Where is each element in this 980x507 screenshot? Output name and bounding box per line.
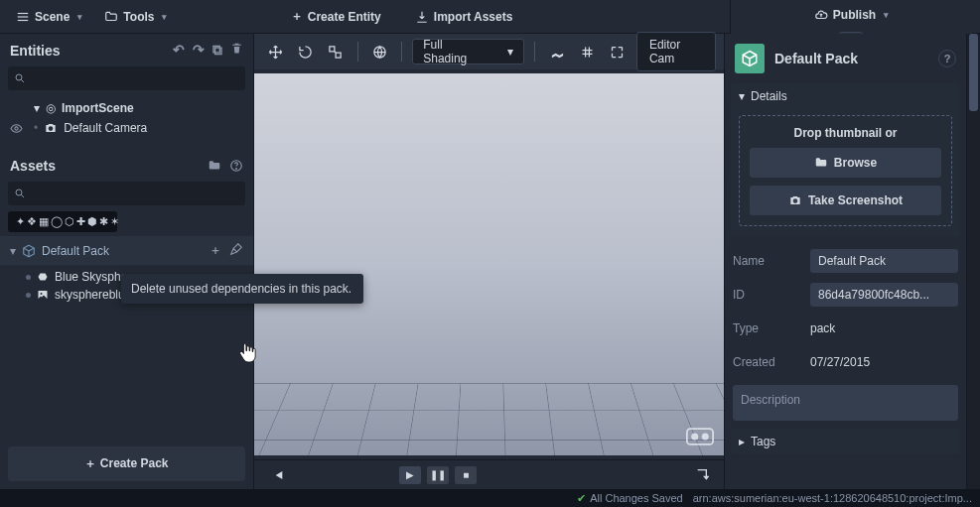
camera-select[interactable]: Editor Cam (636, 32, 716, 71)
camera-select-label: Editor Cam (649, 38, 680, 65)
field-id: ID 86d4a79800fc48cb... (725, 278, 966, 312)
filter-icon: ⬢ (87, 215, 97, 228)
playbar: ▶ ❚❚ ■ (254, 459, 724, 489)
pack-add-button[interactable]: ＋ (210, 242, 221, 259)
help-circle-icon (229, 159, 243, 173)
pack-header[interactable]: ▾ Default Pack ＋ (0, 236, 253, 265)
browse-button[interactable]: Browse (750, 148, 941, 178)
svg-point-6 (16, 74, 22, 80)
globe-icon (372, 45, 387, 60)
vr-badge (686, 428, 714, 445)
create-pack-button[interactable]: ＋ Create Pack (8, 446, 245, 481)
tool-grid[interactable] (575, 39, 601, 64)
tool-frame[interactable] (605, 39, 630, 64)
entities-tree: ▾ ◎ ImportScene • Default Camera (0, 96, 253, 140)
timeline-end-button[interactable] (688, 462, 714, 488)
field-type: Type pack (725, 312, 966, 345)
dropzone-text: Drop thumbnail or (750, 126, 941, 140)
right-scrollbar[interactable] (966, 34, 980, 489)
download-icon (415, 10, 429, 24)
type-label: Type (733, 321, 810, 335)
bullet-icon: • (34, 121, 38, 135)
export-icon (693, 467, 709, 483)
chevron-down-icon: ▾ (10, 244, 16, 258)
id-label: ID (733, 288, 810, 302)
name-value[interactable]: Default Pack (810, 249, 958, 273)
assets-folder-button[interactable] (208, 159, 221, 173)
tags-section-head[interactable]: ▸ Tags (731, 429, 960, 454)
folder-icon (104, 10, 118, 24)
screenshot-label: Take Screenshot (808, 193, 903, 207)
import-assets-button[interactable]: Import Assets (407, 4, 521, 29)
create-entity-button[interactable]: ＋ Create Entity (283, 4, 389, 29)
take-screenshot-button[interactable]: Take Screenshot (750, 186, 941, 215)
menubar: Scene Tools ＋ Create Entity Import Asset… (0, 0, 980, 34)
pack-clean-button[interactable] (229, 242, 243, 259)
description-input[interactable]: Description (733, 385, 958, 421)
entities-header: Entities ↶ ↷ ⧉ (0, 34, 253, 66)
rotate-icon (298, 45, 313, 60)
skybox-icon (37, 271, 49, 283)
play-button[interactable]: ▶ (399, 466, 421, 484)
tool-rotate[interactable] (292, 39, 318, 64)
copy-button[interactable]: ⧉ (212, 42, 222, 59)
inspector-help-button[interactable]: ? (938, 50, 956, 67)
assets-search[interactable] (8, 182, 245, 205)
broom-icon (229, 242, 243, 256)
menu-tools[interactable]: Tools (96, 6, 175, 28)
frame-icon (610, 45, 625, 60)
undo-button[interactable]: ↶ (173, 42, 185, 59)
created-label: Created (733, 355, 810, 369)
entities-search-input[interactable] (26, 71, 239, 85)
visibility-toggle[interactable] (10, 122, 28, 135)
chevron-down-icon: ▾ (739, 89, 745, 103)
timeline-start-button[interactable] (264, 462, 290, 488)
name-label: Name (733, 254, 810, 268)
stop-button[interactable]: ■ (455, 466, 477, 484)
details-section-head[interactable]: ▾ Details (731, 83, 960, 109)
shading-label: Full Shading (423, 38, 480, 65)
entities-search[interactable] (8, 66, 245, 90)
root-label: ImportScene (62, 101, 134, 115)
redo-button[interactable]: ↷ (193, 42, 205, 59)
entities-title: Entities (10, 43, 61, 59)
tool-scale[interactable] (322, 39, 348, 64)
thumbnail-dropzone[interactable]: Drop thumbnail or Browse Take Screenshot (739, 115, 952, 226)
filter-icon: ✱ (99, 215, 108, 228)
filter-icon: ❖ (27, 215, 37, 228)
dot-icon (26, 275, 31, 280)
assets-search-input[interactable] (26, 187, 239, 200)
shading-dropdown[interactable]: Full Shading ▾ (412, 39, 524, 64)
camera-filled-icon (788, 193, 802, 207)
tree-row-camera[interactable]: • Default Camera (8, 118, 245, 138)
id-value[interactable]: 86d4a79800fc48cb... (810, 283, 958, 307)
assets-help-button[interactable] (229, 159, 243, 173)
svg-line-12 (21, 194, 24, 197)
svg-point-11 (16, 190, 22, 195)
cube-outline-icon (22, 244, 36, 258)
svg-point-10 (236, 169, 237, 170)
publish-menu[interactable]: Publish (806, 4, 897, 26)
details-label: Details (751, 89, 787, 103)
search-icon (14, 188, 26, 199)
viewport[interactable] (254, 73, 724, 455)
assets-title: Assets (10, 158, 56, 174)
arn-text: arn:aws:sumerian:eu-west-1:128620648510:… (693, 492, 972, 504)
tool-surface[interactable] (545, 39, 571, 64)
trash-button[interactable] (230, 42, 243, 59)
svg-rect-16 (336, 53, 341, 58)
pause-button[interactable]: ❚❚ (427, 466, 449, 484)
folder-filled-icon (208, 159, 221, 173)
chevron-down-icon: ▾ (34, 101, 40, 115)
tree-row-root[interactable]: ▾ ◎ ImportScene (8, 98, 245, 118)
center-column: Full Shading ▾ Editor Cam ▶ (254, 34, 724, 489)
svg-point-20 (702, 434, 709, 441)
svg-line-7 (21, 79, 24, 82)
tool-globe[interactable] (368, 39, 391, 64)
eye-icon (10, 122, 23, 135)
menu-scene[interactable]: Scene (8, 6, 90, 28)
tool-select[interactable] (262, 39, 288, 64)
scrollbar-thumb[interactable] (969, 34, 978, 111)
filter-icon: ⬡ (65, 215, 74, 228)
assets-filter-bar[interactable]: ✦ ❖ ▦ ◯ ⬡ ✚ ⬢ ✱ ✶ (8, 211, 117, 232)
